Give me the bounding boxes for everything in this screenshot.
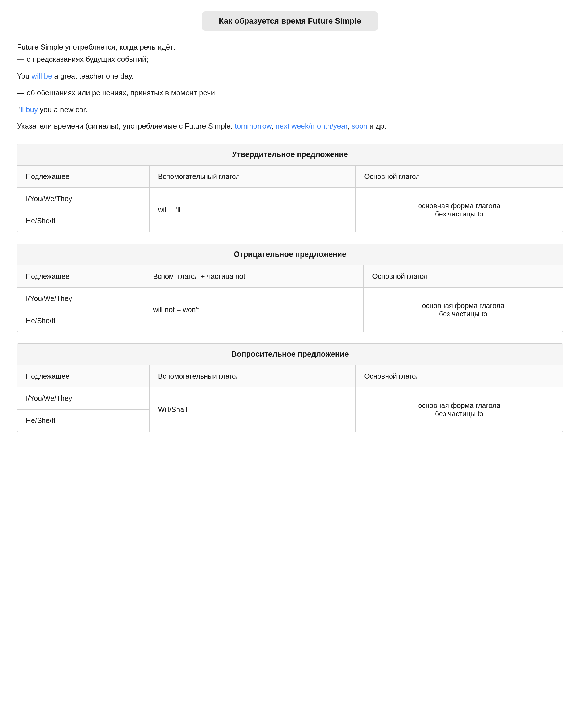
aff-col1-header: Подлежащее	[17, 165, 149, 188]
q-col2-header: Вспомогательный глагол	[149, 365, 356, 388]
neg-aux-verb: will not = won't	[144, 288, 363, 332]
q-subject-bottom: He/She/It	[17, 410, 149, 432]
neg-col2-header: Вспом. глагол + частица not	[144, 265, 363, 288]
intro-line5: I'll buy you a new car.	[17, 104, 563, 116]
main-title-box: Как образуется время Future Simple	[202, 11, 378, 31]
q-aux-verb: Will/Shall	[149, 388, 356, 432]
neg-subject-bottom: He/She/It	[17, 310, 144, 332]
question-section: Вопросительное предложение Подлежащее Вс…	[17, 343, 563, 432]
neg-main-verb: основная форма глагола без частицы to	[364, 288, 563, 332]
neg-subject-top: I/You/We/They	[17, 288, 144, 310]
aff-col3-header: Основной глагол	[356, 165, 563, 188]
intro-line4: — об обещаниях или решениях, принятых в …	[17, 87, 563, 99]
aff-col2-header: Вспомогательный глагол	[149, 165, 356, 188]
page-container: Как образуется время Future Simple Futur…	[17, 11, 563, 432]
intro-line3: You will be a great teacher one day.	[17, 70, 563, 82]
q-subject-cell: I/You/We/They He/She/It	[17, 388, 149, 432]
q-main-verb: основная форма глагола без частицы to	[356, 388, 563, 432]
aff-subject-top: I/You/We/They	[17, 188, 149, 210]
neg-subject-cell: I/You/We/They He/She/It	[17, 288, 144, 332]
neg-col3-header: Основной глагол	[364, 265, 563, 288]
intro-line1: Future Simple употребляется, когда речь …	[17, 41, 563, 66]
negative-header: Отрицательное предложение	[17, 244, 563, 265]
main-title-wrapper: Как образуется время Future Simple	[17, 11, 563, 31]
intro-section: Future Simple употребляется, когда речь …	[17, 41, 563, 132]
aff-main-verb: основная форма глагола без частицы to	[356, 188, 563, 232]
affirmative-header: Утвердительное предложение	[17, 144, 563, 165]
neg-col1-header: Подлежащее	[17, 265, 144, 288]
negative-table: Подлежащее Вспом. глагол + частица not О…	[17, 265, 563, 332]
question-table: Подлежащее Вспомогательный глагол Основн…	[17, 365, 563, 432]
q-col3-header: Основной глагол	[356, 365, 563, 388]
aff-data-row: I/You/We/They He/She/It will = 'll основ…	[17, 188, 563, 232]
aff-subject-cell: I/You/We/They He/She/It	[17, 188, 149, 232]
negative-section: Отрицательное предложение Подлежащее Всп…	[17, 243, 563, 332]
q-data-row: I/You/We/They He/She/It Will/Shall основ…	[17, 388, 563, 432]
intro-line6: Указатели времени (сигналы), употребляем…	[17, 120, 563, 132]
neg-data-row: I/You/We/They He/She/It will not = won't…	[17, 288, 563, 332]
question-header: Вопросительное предложение	[17, 344, 563, 365]
aff-subject-bottom: He/She/It	[17, 210, 149, 232]
affirmative-table: Подлежащее Вспомогательный глагол Основн…	[17, 165, 563, 232]
aff-aux-verb: will = 'll	[149, 188, 356, 232]
affirmative-section: Утвердительное предложение Подлежащее Вс…	[17, 144, 563, 232]
q-subject-top: I/You/We/They	[17, 388, 149, 410]
main-title-text: Как образуется время Future Simple	[219, 17, 361, 25]
q-col1-header: Подлежащее	[17, 365, 149, 388]
